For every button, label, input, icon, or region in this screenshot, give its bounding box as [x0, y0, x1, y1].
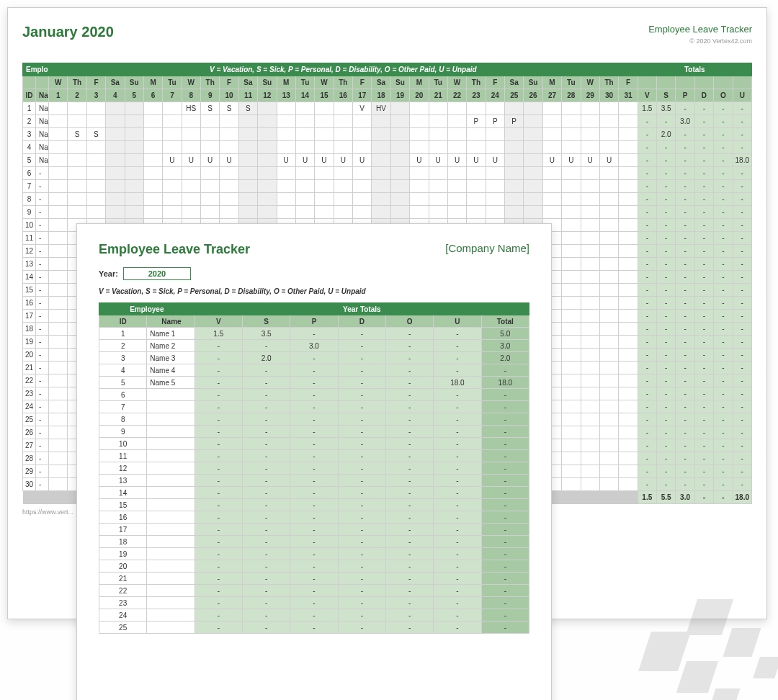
day-cell[interactable]: [599, 310, 618, 323]
day-cell[interactable]: [619, 465, 638, 478]
day-cell[interactable]: S: [68, 128, 86, 141]
day-cell[interactable]: [619, 426, 638, 439]
day-cell[interactable]: [581, 232, 599, 245]
day-cell[interactable]: [542, 102, 561, 115]
day-cell[interactable]: [599, 426, 618, 439]
day-cell[interactable]: [486, 193, 504, 206]
day-cell[interactable]: [353, 167, 372, 180]
day-cell[interactable]: [542, 115, 561, 128]
day-cell[interactable]: [315, 128, 334, 141]
day-cell[interactable]: [599, 439, 618, 452]
day-cell[interactable]: [106, 167, 125, 180]
day-cell[interactable]: [201, 115, 220, 128]
day-cell[interactable]: [562, 297, 581, 310]
day-cell[interactable]: [49, 310, 68, 323]
day-cell[interactable]: [599, 232, 618, 245]
day-cell[interactable]: [486, 141, 504, 154]
day-cell[interactable]: [581, 258, 599, 271]
day-cell[interactable]: [581, 297, 599, 310]
row-name[interactable]: Name 3: [36, 128, 49, 141]
day-cell[interactable]: [599, 167, 618, 180]
day-cell[interactable]: [581, 284, 599, 297]
row-name[interactable]: Name 5: [147, 377, 194, 389]
day-cell[interactable]: [619, 154, 638, 167]
day-cell[interactable]: [390, 128, 409, 141]
day-cell[interactable]: [581, 206, 599, 219]
day-cell[interactable]: U: [581, 154, 599, 167]
row-name[interactable]: -: [36, 219, 49, 232]
row-name[interactable]: Name 2: [147, 340, 194, 352]
row-name[interactable]: [147, 487, 194, 499]
day-cell[interactable]: [106, 180, 125, 193]
day-cell[interactable]: [581, 310, 599, 323]
day-cell[interactable]: [258, 128, 277, 141]
day-cell[interactable]: [581, 323, 599, 336]
row-name[interactable]: Name 2: [36, 115, 49, 128]
day-cell[interactable]: [49, 478, 68, 491]
day-cell[interactable]: [599, 245, 618, 258]
day-cell[interactable]: [599, 413, 618, 426]
day-cell[interactable]: [562, 374, 581, 387]
day-cell[interactable]: [619, 167, 638, 180]
day-cell[interactable]: [372, 128, 390, 141]
day-cell[interactable]: [599, 102, 618, 115]
day-cell[interactable]: [49, 128, 68, 141]
day-cell[interactable]: [562, 439, 581, 452]
day-cell[interactable]: [258, 167, 277, 180]
day-cell[interactable]: [524, 128, 542, 141]
day-cell[interactable]: [619, 180, 638, 193]
day-cell[interactable]: [486, 128, 504, 141]
day-cell[interactable]: [562, 128, 581, 141]
day-cell[interactable]: [295, 115, 314, 128]
day-cell[interactable]: [49, 400, 68, 413]
day-cell[interactable]: [581, 426, 599, 439]
day-cell[interactable]: [86, 180, 105, 193]
day-cell[interactable]: [562, 232, 581, 245]
day-cell[interactable]: [581, 439, 599, 452]
day-cell[interactable]: U: [562, 154, 581, 167]
row-name[interactable]: -: [36, 193, 49, 206]
day-cell[interactable]: [68, 206, 86, 219]
day-cell[interactable]: [447, 115, 466, 128]
day-cell[interactable]: [125, 128, 143, 141]
day-cell[interactable]: [581, 349, 599, 362]
day-cell[interactable]: [49, 374, 68, 387]
day-cell[interactable]: [49, 167, 68, 180]
day-cell[interactable]: [619, 362, 638, 374]
day-cell[interactable]: [619, 102, 638, 115]
day-cell[interactable]: [524, 141, 542, 154]
day-cell[interactable]: [619, 297, 638, 310]
row-name[interactable]: -: [36, 323, 49, 336]
day-cell[interactable]: [447, 128, 466, 141]
day-cell[interactable]: [562, 245, 581, 258]
day-cell[interactable]: [562, 115, 581, 128]
day-cell[interactable]: [581, 452, 599, 465]
day-cell[interactable]: [429, 128, 447, 141]
row-name[interactable]: [147, 413, 194, 426]
day-cell[interactable]: [599, 362, 618, 374]
day-cell[interactable]: [258, 141, 277, 154]
day-cell[interactable]: [390, 167, 409, 180]
day-cell[interactable]: [467, 167, 486, 180]
day-cell[interactable]: [562, 167, 581, 180]
day-cell[interactable]: [258, 193, 277, 206]
day-cell[interactable]: [49, 102, 68, 115]
day-cell[interactable]: [49, 180, 68, 193]
day-cell[interactable]: [599, 349, 618, 362]
day-cell[interactable]: [505, 180, 524, 193]
day-cell[interactable]: [125, 154, 143, 167]
day-cell[interactable]: [315, 193, 334, 206]
day-cell[interactable]: [238, 154, 257, 167]
day-cell[interactable]: [163, 180, 182, 193]
day-cell[interactable]: [220, 167, 238, 180]
day-cell[interactable]: [353, 206, 372, 219]
day-cell[interactable]: [295, 180, 314, 193]
day-cell[interactable]: P: [486, 115, 504, 128]
day-cell[interactable]: [143, 154, 162, 167]
day-cell[interactable]: [390, 180, 409, 193]
row-name[interactable]: -: [36, 413, 49, 426]
day-cell[interactable]: [49, 115, 68, 128]
day-cell[interactable]: [106, 115, 125, 128]
day-cell[interactable]: [238, 128, 257, 141]
day-cell[interactable]: [562, 180, 581, 193]
